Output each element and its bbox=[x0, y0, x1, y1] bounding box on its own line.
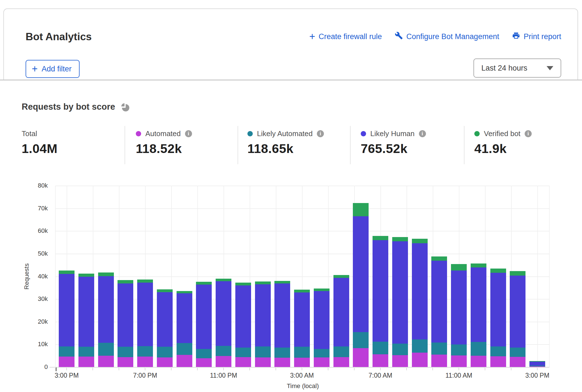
pie-chart-icon bbox=[121, 102, 130, 112]
segment-automated bbox=[196, 358, 212, 367]
info-icon[interactable]: i bbox=[525, 130, 532, 137]
segment-verified-bot bbox=[392, 237, 408, 241]
segment-likely-automated bbox=[294, 347, 310, 358]
stat-likely-human-value: 765.52k bbox=[361, 141, 426, 156]
segment-likely-human bbox=[137, 283, 153, 346]
chart-bar-200pm bbox=[510, 271, 525, 367]
axis-tick bbox=[119, 368, 119, 370]
segment-likely-human bbox=[274, 283, 290, 347]
chart-section-heading: Requests by bot score bbox=[22, 102, 130, 112]
chart-title: Requests by bot score bbox=[22, 102, 115, 112]
axis-tick bbox=[432, 368, 433, 370]
configure-bot-management-link[interactable]: Configure Bot Management bbox=[395, 31, 499, 42]
segment-automated bbox=[294, 358, 310, 367]
segment-likely-automated bbox=[177, 343, 192, 355]
segment-likely-automated bbox=[78, 347, 94, 357]
x-tick-label: 11:00 AM bbox=[431, 372, 487, 379]
chart-bar-500pm bbox=[98, 272, 114, 367]
axis-tick bbox=[485, 368, 485, 370]
segment-automated bbox=[373, 354, 388, 367]
segment-automated bbox=[78, 357, 94, 367]
segment-verified-bot bbox=[157, 289, 173, 292]
segment-verified-bot bbox=[59, 271, 75, 274]
time-range-select[interactable]: Last 24 hours bbox=[473, 58, 561, 78]
stat-likely-human-label: Likely Human bbox=[370, 129, 415, 138]
chart-bar-1000pm bbox=[196, 282, 212, 367]
segment-likely-human bbox=[451, 271, 467, 345]
chart-bar-500am bbox=[333, 275, 349, 367]
segment-verified-bot bbox=[333, 275, 349, 278]
segment-automated bbox=[98, 356, 114, 367]
segment-likely-automated bbox=[59, 346, 75, 356]
segment-likely-human bbox=[216, 281, 231, 346]
x-tick-label: 11:00 PM bbox=[195, 372, 252, 379]
segment-verified-bot bbox=[353, 203, 369, 216]
segment-automated bbox=[510, 357, 525, 367]
segment-likely-human bbox=[59, 274, 75, 346]
segment-automated bbox=[216, 356, 231, 367]
stat-verified-bot-label: Verified bot bbox=[484, 129, 520, 138]
chart-bar-700pm bbox=[137, 280, 153, 367]
segment-verified-bot bbox=[490, 269, 506, 273]
stat-likely-automated-label: Likely Automated bbox=[257, 129, 313, 138]
stat-separator bbox=[464, 126, 464, 164]
x-tick-label: 7:00 PM bbox=[117, 372, 173, 379]
chart-bar-1100am bbox=[451, 264, 467, 367]
likely-human-dot-icon bbox=[361, 131, 366, 136]
segment-verified-bot bbox=[529, 361, 545, 362]
segment-automated bbox=[157, 357, 173, 367]
chart-bar-400pm bbox=[78, 274, 94, 367]
info-icon[interactable]: i bbox=[317, 130, 324, 137]
segment-likely-automated bbox=[529, 366, 545, 366]
chart-bar-300am bbox=[294, 290, 310, 367]
segment-likely-human bbox=[529, 362, 545, 366]
axis-tick bbox=[197, 368, 198, 370]
y-tick-label: 40k bbox=[11, 273, 48, 280]
info-icon[interactable]: i bbox=[419, 130, 426, 137]
info-icon[interactable]: i bbox=[185, 130, 192, 137]
axis-tick bbox=[171, 368, 172, 370]
segment-likely-automated bbox=[196, 349, 212, 358]
chart-bar-100am bbox=[255, 281, 271, 367]
segment-automated bbox=[177, 355, 192, 367]
segment-likely-human bbox=[392, 241, 408, 344]
segment-verified-bot bbox=[412, 239, 428, 243]
likely-automated-dot-icon bbox=[247, 131, 253, 136]
y-tick-label: 0 bbox=[11, 363, 48, 371]
segment-likely-human bbox=[294, 292, 310, 347]
y-tick-label: 10k bbox=[11, 341, 48, 348]
segment-likely-human bbox=[235, 285, 251, 348]
x-tick-label: 3:00 AM bbox=[274, 372, 330, 379]
chart-bar-200am bbox=[274, 281, 290, 367]
segment-likely-human bbox=[431, 261, 447, 343]
segment-likely-human bbox=[490, 273, 506, 346]
segment-likely-human bbox=[412, 243, 428, 340]
segment-automated bbox=[451, 355, 467, 367]
segment-verified-bot bbox=[314, 289, 330, 291]
axis-tick bbox=[380, 368, 381, 370]
add-filter-button[interactable]: + Add filter bbox=[26, 60, 80, 78]
segment-automated bbox=[353, 348, 369, 367]
segment-likely-automated bbox=[255, 346, 271, 357]
segment-likely-automated bbox=[353, 332, 369, 348]
axis-tick bbox=[537, 368, 538, 370]
segment-automated bbox=[471, 356, 486, 367]
segment-likely-automated bbox=[510, 348, 525, 357]
segment-likely-human bbox=[333, 278, 349, 346]
axis-tick bbox=[328, 368, 328, 370]
print-report-link[interactable]: Print report bbox=[512, 31, 561, 42]
segment-verified-bot bbox=[373, 236, 388, 240]
printer-icon bbox=[512, 31, 520, 42]
segment-verified-bot bbox=[471, 263, 486, 267]
chart-bar-1000am bbox=[431, 256, 447, 367]
segment-likely-automated bbox=[118, 347, 133, 357]
axis-tick bbox=[223, 368, 224, 370]
create-firewall-rule-link[interactable]: + Create firewall rule bbox=[309, 32, 382, 41]
segment-likely-automated bbox=[431, 343, 447, 355]
x-tick-label: 7:00 AM bbox=[352, 372, 409, 379]
segment-likely-human bbox=[510, 276, 525, 348]
segment-automated bbox=[59, 357, 75, 367]
stat-separator bbox=[350, 126, 351, 164]
stat-likely-automated: Likely Automated i 118.65k bbox=[247, 129, 324, 156]
segment-likely-automated bbox=[451, 344, 467, 355]
